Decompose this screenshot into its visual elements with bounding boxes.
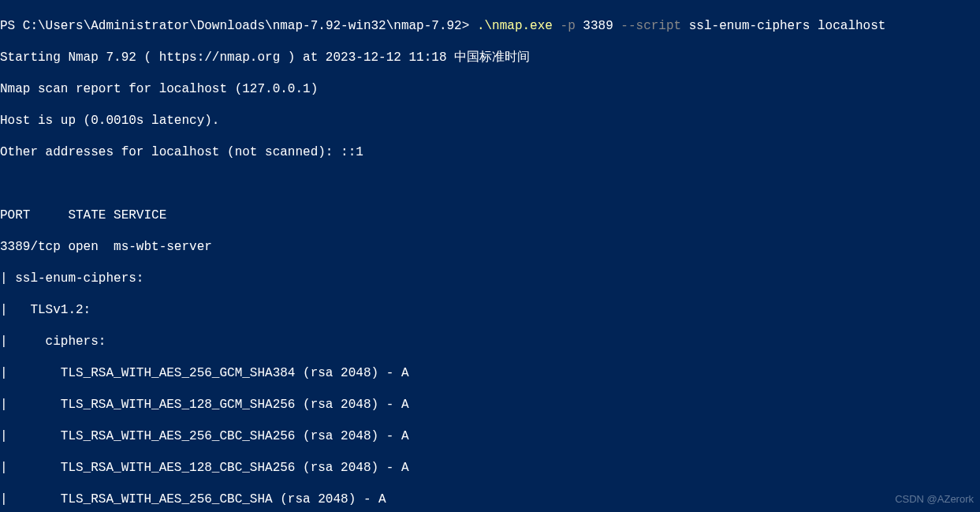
cmd-flag-script: --script — [620, 19, 681, 33]
command-line: PS C:\Users\Administrator\Downloads\nmap… — [0, 18, 980, 34]
prompt-suffix: > — [462, 19, 477, 33]
output-line: | TLS_RSA_WITH_AES_128_GCM_SHA256 (rsa 2… — [0, 397, 980, 413]
output-line: Nmap scan report for localhost (127.0.0.… — [0, 81, 980, 97]
watermark: CSDN @AZerork — [895, 491, 974, 507]
output-line: | TLSv1.2: — [0, 302, 980, 318]
output-line: | ciphers: — [0, 334, 980, 349]
output-line: Starting Nmap 7.92 ( https://nmap.org ) … — [0, 50, 980, 65]
terminal-output[interactable]: PS C:\Users\Administrator\Downloads\nmap… — [0, 2, 980, 512]
cmd-port: 3389 — [576, 19, 621, 33]
output-line: | TLS_RSA_WITH_AES_256_CBC_SHA256 (rsa 2… — [0, 428, 980, 444]
output-line: | ssl-enum-ciphers: — [0, 271, 980, 286]
cmd-executable: .\nmap.exe — [477, 19, 553, 33]
output-line: | TLS_RSA_WITH_AES_128_CBC_SHA256 (rsa 2… — [0, 460, 980, 476]
output-line: 3389/tcp open ms-wbt-server — [0, 239, 980, 255]
prompt-prefix: PS — [0, 19, 23, 33]
output-line: Host is up (0.0010s latency). — [0, 113, 980, 129]
output-line — [0, 176, 980, 192]
cmd-flag-p: -p — [553, 19, 576, 33]
output-line: | TLS_RSA_WITH_AES_256_CBC_SHA (rsa 2048… — [0, 491, 980, 507]
output-line: | TLS_RSA_WITH_AES_256_GCM_SHA384 (rsa 2… — [0, 365, 980, 381]
prompt-path: C:\Users\Administrator\Downloads\nmap-7.… — [23, 19, 462, 33]
output-line: PORT STATE SERVICE — [0, 207, 980, 223]
cmd-script-args: ssl-enum-ciphers localhost — [681, 19, 885, 33]
output-line: Other addresses for localhost (not scann… — [0, 144, 980, 160]
